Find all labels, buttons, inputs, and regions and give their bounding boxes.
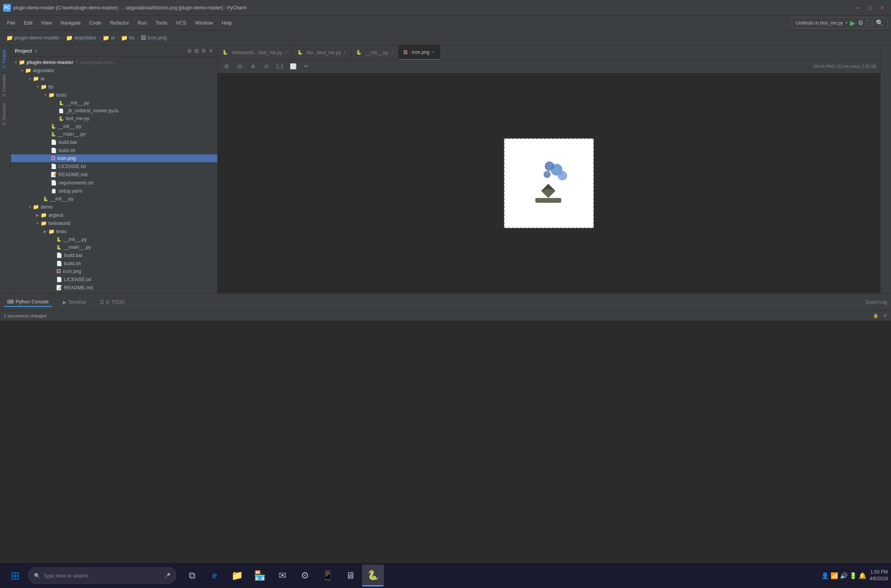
tree-item-tts-readme[interactable]: 📝 README.md [11,170,217,179]
event-log-button[interactable]: Event Log [866,299,887,305]
fit-window-button[interactable]: ⬜ [288,62,298,71]
menu-file[interactable]: File [3,18,19,27]
tree-item-jb-runner[interactable]: 📄 _jb_unittest_runner.py.lo... [11,107,217,115]
tree-item-hw-icon[interactable]: 🖼 icon.png [11,267,217,275]
color-picker-button[interactable]: ✏ [301,62,311,71]
tree-item-hw-build-bat[interactable]: 📄 build.bat [11,251,217,259]
tree-item-tests-init[interactable]: 🐍 __init__.py [11,99,217,107]
tree-item-tts-license[interactable]: 📄 LICENSE.txt [11,162,217,170]
bottom-tab-python-console[interactable]: ⌨ Python Console [4,298,52,307]
taskbar-app-explorer[interactable]: 📁 [226,565,248,586]
build-button[interactable]: ⚙ [858,19,863,27]
tree-item-ai[interactable]: ▾ 📁 ai [11,74,217,83]
taskbar-volume-icon[interactable]: 🔊 [840,572,848,579]
tab-close-icon-png[interactable]: ✕ [432,50,435,54]
breadcrumb-icon-png-label: icon.png [147,35,167,41]
panel-layout-button[interactable]: ⊞ [194,48,199,54]
menu-refactor[interactable]: Refactor [106,18,133,27]
sidebar-tab-structure[interactable]: Z: Structure [0,100,11,128]
menu-run[interactable]: Run [134,18,151,27]
taskbar-network-icon[interactable]: 📶 [831,572,838,579]
tree-item-tts-build-sh[interactable]: 📄 build.sh [11,146,217,154]
tree-item-hw-main[interactable]: 🐍 __main__.py [11,243,217,251]
taskbar-people-icon[interactable]: 👤 [821,572,829,579]
menu-tools[interactable]: Tools [152,18,171,27]
actual-size-button[interactable]: 1:1 [275,62,285,71]
bottom-tab-terminal[interactable]: ▶ Terminal [60,298,89,306]
breadcrumb-icon-png[interactable]: 🖼 icon.png [141,35,167,41]
panel-new-file-button[interactable]: ⊕ [187,48,192,54]
tree-item-tts-icon[interactable]: 🖼 icon.png [11,154,217,162]
tree-item-hw-readme[interactable]: 📝 README.md [11,283,217,292]
run-dropdown-icon[interactable]: ▾ [845,20,848,25]
bat-icon-hw: 📄 [56,252,62,258]
menu-view[interactable]: View [37,18,56,27]
grid-button[interactable]: ⊟ [235,62,245,71]
tree-item-argtest[interactable]: ▶ 📁 argtest [11,211,217,219]
taskbar-notification-icon[interactable]: 🔔 [859,572,866,579]
zoom-out-button[interactable]: ⊖ [261,62,272,71]
tree-item-hw-init[interactable]: 🐍 __init__.py [11,236,217,243]
taskbar-battery-icon[interactable]: 🔋 [849,572,857,579]
run-button[interactable]: ▶ [850,19,856,27]
menu-code[interactable]: Code [85,18,105,27]
tree-item-tts[interactable]: ▾ 📁 tts [11,83,217,91]
tab-tts-test[interactable]: 🐍 tts\...\test_me.py ✕ [293,45,351,60]
breadcrumb-root[interactable]: 📁 plugin-demo-master [6,35,60,41]
minimize-button[interactable]: − [852,2,863,13]
taskbar-app-pycharm[interactable]: 🐍 [362,565,384,586]
panel-close-button[interactable]: ✕ [209,48,213,54]
menu-vcs[interactable]: VCS [172,18,190,27]
tree-item-demo[interactable]: ▾ 📁 demo [11,203,217,211]
tab-init-py[interactable]: 🐍 __init__.py ✕ [351,45,399,60]
sidebar-tab-project[interactable]: 1: Project [0,47,11,71]
panel-settings-button[interactable]: ⚙ [201,48,206,54]
panel-dropdown-icon[interactable]: ▾ [35,48,37,53]
tab-close-init-py[interactable]: ✕ [390,50,394,55]
taskbar-search-box[interactable]: 🔍 Type here to search 🎤 [28,567,176,584]
taskbar-app-edge[interactable]: e [204,565,225,586]
fit-frame-button[interactable]: ⊞ [222,62,232,71]
breadcrumb-argoslabs[interactable]: 📁 argoslabs [66,35,96,41]
maximize-button[interactable]: □ [864,2,875,13]
tree-item-hw-license[interactable]: 📄 LICENSE.txt [11,275,217,283]
tree-item-tts-setup[interactable]: 📋 setup.yaml [11,187,217,195]
tab-close-helloworld-test[interactable]: ✕ [284,50,288,55]
menu-window[interactable]: Window [191,18,217,27]
tree-item-tts-init[interactable]: 🐍 __init__.py [11,122,217,130]
tree-item-helloworld[interactable]: ▾ 📁 helloworld [11,219,217,227]
sidebar-tab-favorites[interactable]: 2: Favorites [0,71,11,99]
tree-item-ai-init[interactable]: 🐍 __init__.py [11,195,217,203]
stop-button[interactable]: ⬛ [866,19,873,27]
menu-edit[interactable]: Edit [20,18,36,27]
windows-start-button[interactable]: ⊞ [3,564,27,587]
taskbar-app-settings[interactable]: ⚙ [294,565,316,586]
tree-item-tts-main[interactable]: 🐍 __main__.py [11,130,217,138]
menu-navigate[interactable]: Navigate [57,18,84,27]
menu-help[interactable]: Help [218,18,236,27]
tree-item-root[interactable]: ▾ 📁 plugin-demo-master C:\work\plugin-de… [11,58,217,66]
tree-item-hw-tests[interactable]: ▶ 📁 tests [11,227,217,236]
taskbar-app-task-view[interactable]: ⧉ [181,565,203,586]
bottom-tab-todo[interactable]: ☰ 6: TODO [97,298,128,306]
taskbar-clock[interactable]: 1:50 PM 4/6/2019 [870,569,888,582]
close-button[interactable]: ✕ [877,2,888,13]
search-everywhere-button[interactable]: 🔍 [876,19,884,27]
tree-item-test-me[interactable]: 🐍 test_me.py [11,115,217,122]
tab-helloworld-test[interactable]: 🐍 helloworld\...\test_me.py ✕ [218,45,293,60]
zoom-in-button[interactable]: ⊕ [248,62,258,71]
taskbar-app-desktop[interactable]: 🖥 [339,565,361,586]
tree-item-tts-build-bat[interactable]: 📄 build.bat [11,138,217,146]
tree-item-tts-requirements[interactable]: 📄 requirements.txt [11,179,217,187]
taskbar-app-phone[interactable]: 📱 [317,565,339,586]
taskbar-app-mail[interactable]: ✉ [272,565,293,586]
breadcrumb-tts[interactable]: 📁 tts [121,35,135,41]
hw-tests-icon: 📁 [48,228,55,234]
tab-icon-png[interactable]: 🖼 icon.png ✕ [399,45,440,60]
taskbar-app-store[interactable]: 🏪 [249,565,271,586]
tree-item-argoslabs[interactable]: ▾ 📁 argoslabs [11,66,217,74]
breadcrumb-ai[interactable]: 📁 ai [103,35,115,41]
tab-close-tts-test[interactable]: ✕ [343,50,346,55]
tree-item-tests[interactable]: ▾ 📁 tests [11,91,217,99]
tree-item-hw-build-sh[interactable]: 📄 build.sh [11,259,217,267]
